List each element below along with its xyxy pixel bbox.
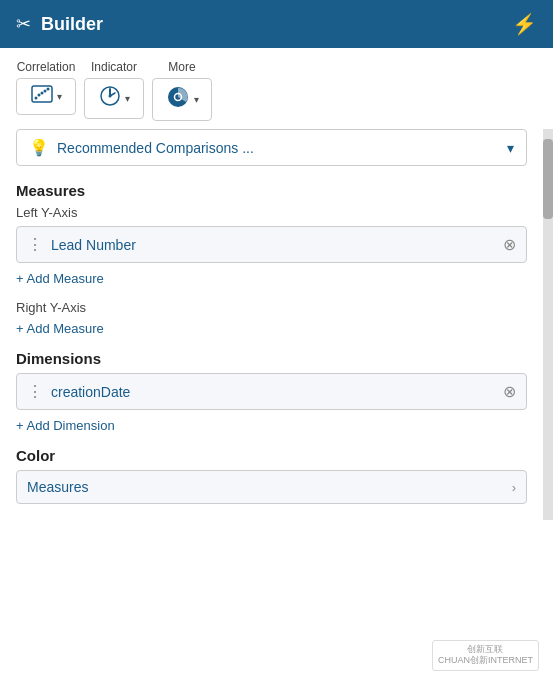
scrollbar[interactable] [543, 129, 553, 520]
recommended-left: 💡 Recommended Comparisons ... [29, 138, 254, 157]
remove-lead-number-icon[interactable]: ⊗ [503, 235, 516, 254]
add-measure-right-button[interactable]: + Add Measure [16, 321, 527, 336]
lightbulb-icon: 💡 [29, 138, 49, 157]
color-section: Color Measures › [16, 447, 527, 504]
scissors-icon: ✂ [16, 13, 31, 35]
svg-point-2 [37, 94, 40, 97]
watermark-line2: CHUAN创新INTERNET [438, 655, 533, 665]
measures-section: Measures Left Y-Axis ⋮ Lead Number ⊗ + A… [16, 182, 527, 336]
recommended-label: Recommended Comparisons ... [57, 140, 254, 156]
more-button[interactable]: ▾ [152, 78, 212, 121]
dimensions-section: Dimensions ⋮ creationDate ⊗ + Add Dimens… [16, 350, 527, 433]
drag-handle-dim-icon[interactable]: ⋮ [27, 382, 43, 401]
lead-number-item: ⋮ Lead Number ⊗ [16, 226, 527, 263]
color-title: Color [16, 447, 527, 464]
correlation-button[interactable]: ▾ [16, 78, 76, 115]
toolbar-group-correlation: Correlation ▾ [16, 60, 76, 115]
svg-point-4 [43, 90, 46, 93]
color-measures-item[interactable]: Measures › [16, 470, 527, 504]
correlation-arrow: ▾ [57, 91, 62, 102]
color-measures-text: Measures [27, 479, 88, 495]
lead-number-text: Lead Number [51, 237, 136, 253]
watermark: 创新互联 CHUAN创新INTERNET [432, 640, 539, 671]
color-arrow-icon: › [512, 480, 516, 495]
watermark-line1: 创新互联 [467, 644, 503, 654]
header: ✂ Builder ⚡ [0, 0, 553, 48]
svg-point-3 [40, 92, 43, 95]
toolbar: Correlation ▾ Indicator [0, 48, 553, 129]
header-left: ✂ Builder [16, 13, 103, 35]
toolbar-group-indicator: Indicator ▾ [84, 60, 144, 119]
more-arrow: ▾ [194, 94, 199, 105]
correlation-icon [31, 85, 53, 108]
add-measure-left-button[interactable]: + Add Measure [16, 271, 527, 286]
content-area: 💡 Recommended Comparisons ... ▾ Measures… [0, 129, 553, 520]
add-dimension-button[interactable]: + Add Dimension [16, 418, 527, 433]
scrollbar-thumb[interactable] [543, 139, 553, 219]
add-measure-right-label: + Add Measure [16, 321, 104, 336]
pin-icon[interactable]: ⚡ [512, 12, 537, 36]
svg-point-1 [34, 97, 37, 100]
svg-point-7 [108, 95, 111, 98]
add-dimension-label: + Add Dimension [16, 418, 115, 433]
creation-date-item: ⋮ creationDate ⊗ [16, 373, 527, 410]
indicator-icon [99, 85, 121, 112]
remove-creation-date-icon[interactable]: ⊗ [503, 382, 516, 401]
right-y-axis-label: Right Y-Axis [16, 300, 527, 315]
add-measure-left-label: + Add Measure [16, 271, 104, 286]
svg-point-5 [46, 88, 49, 91]
recommended-comparisons-dropdown[interactable]: 💡 Recommended Comparisons ... ▾ [16, 129, 527, 166]
item-row-left: ⋮ Lead Number [27, 235, 136, 254]
indicator-arrow: ▾ [125, 93, 130, 104]
page-title: Builder [41, 14, 103, 35]
correlation-label: Correlation [17, 60, 76, 74]
dimensions-title: Dimensions [16, 350, 527, 367]
more-label: More [168, 60, 195, 74]
main-content: 💡 Recommended Comparisons ... ▾ Measures… [0, 129, 543, 520]
indicator-label: Indicator [91, 60, 137, 74]
more-icon [166, 85, 190, 114]
measures-title: Measures [16, 182, 527, 199]
creation-date-text: creationDate [51, 384, 130, 400]
indicator-button[interactable]: ▾ [84, 78, 144, 119]
item-row-left: ⋮ creationDate [27, 382, 130, 401]
recommended-chevron-icon: ▾ [507, 140, 514, 156]
left-y-axis-label: Left Y-Axis [16, 205, 527, 220]
drag-handle-icon[interactable]: ⋮ [27, 235, 43, 254]
toolbar-group-more: More ▾ [152, 60, 212, 121]
